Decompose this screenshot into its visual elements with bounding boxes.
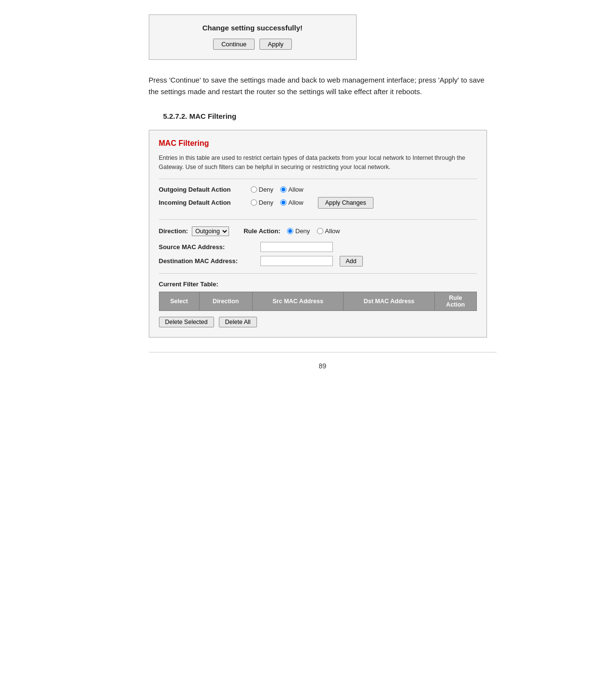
incoming-row: Incoming Default Action Deny Allow Apply… [159, 197, 477, 209]
rule-deny-text: Deny [295, 227, 310, 235]
apply-changes-button[interactable]: Apply Changes [318, 197, 373, 209]
filter-table-header: Select Direction Src MAC Address Dst MAC… [159, 292, 476, 310]
continue-button[interactable]: Continue [213, 39, 255, 50]
rule-action-label: Rule Action: [244, 227, 280, 235]
mac-filter-title: MAC Filtering [159, 139, 477, 148]
direction-group: Direction: Outgoing Incoming [159, 226, 229, 236]
incoming-label: Incoming Default Action [159, 199, 251, 206]
add-button[interactable]: Add [340, 256, 363, 267]
delete-all-button[interactable]: Delete All [219, 317, 257, 327]
current-filter-section: Current Filter Table: Select Direction S… [159, 273, 477, 327]
header-row: Select Direction Src MAC Address Dst MAC… [159, 292, 476, 310]
top-button-row: Continue Apply [159, 39, 346, 50]
delete-selected-button[interactable]: Delete Selected [159, 317, 214, 327]
src-mac-input[interactable] [260, 242, 333, 252]
outgoing-deny-label[interactable]: Deny [251, 186, 273, 193]
outgoing-label: Outgoing Default Action [159, 186, 251, 193]
page-number: 89 [149, 362, 497, 370]
success-screenshot: Change setting successfully! Continue Ap… [149, 14, 357, 60]
mac-filter-panel: MAC Filtering Entries in this table are … [149, 130, 487, 337]
th-select: Select [159, 292, 199, 310]
page-content: Change setting successfully! Continue Ap… [91, 0, 526, 399]
outgoing-allow-label[interactable]: Allow [280, 186, 303, 193]
success-message: Change setting successfully! [159, 24, 346, 32]
incoming-allow-label[interactable]: Allow [280, 199, 303, 206]
destination-mac-row: Destination MAC Address: Add [159, 256, 477, 267]
outgoing-row: Outgoing Default Action Deny Allow [159, 186, 477, 193]
outgoing-allow-text: Allow [288, 186, 303, 193]
description-text: Press 'Continue' to save the settings ma… [149, 74, 497, 98]
filter-settings: Outgoing Default Action Deny Allow Incom… [159, 186, 477, 220]
th-dst-mac: Dst MAC Address [344, 292, 435, 310]
incoming-deny-text: Deny [259, 199, 273, 206]
rule-action-group: Rule Action: Deny Allow [244, 227, 340, 235]
source-mac-row: Source MAC Address: [159, 242, 477, 252]
current-filter-label: Current Filter Table: [159, 281, 477, 288]
incoming-allow-radio[interactable] [280, 199, 287, 206]
direction-label: Direction: [159, 227, 188, 235]
dst-mac-label: Destination MAC Address: [159, 257, 260, 265]
rule-deny-radio[interactable] [287, 228, 293, 234]
page-divider [149, 352, 497, 352]
incoming-deny-radio[interactable] [251, 199, 257, 206]
filter-table: Select Direction Src MAC Address Dst MAC… [159, 292, 477, 311]
outgoing-radio-group: Deny Allow [251, 186, 303, 193]
incoming-deny-label[interactable]: Deny [251, 199, 273, 206]
section-heading: 5.2.7.2. MAC Filtering [163, 112, 497, 120]
rule-action-radios: Deny Allow [287, 227, 340, 235]
rule-allow-radio[interactable] [317, 228, 323, 234]
apply-top-button[interactable]: Apply [259, 39, 292, 50]
rule-allow-text: Allow [325, 227, 340, 235]
outgoing-deny-text: Deny [259, 186, 273, 193]
incoming-radio-group: Deny Allow [251, 199, 303, 206]
rule-allow-label[interactable]: Allow [317, 227, 340, 235]
direction-select[interactable]: Outgoing Incoming [192, 226, 229, 236]
th-direction: Direction [199, 292, 252, 310]
outgoing-allow-radio[interactable] [280, 186, 287, 193]
src-mac-label: Source MAC Address: [159, 243, 260, 251]
dst-mac-input[interactable] [260, 256, 333, 266]
outgoing-deny-radio[interactable] [251, 186, 257, 193]
th-rule-action: RuleAction [435, 292, 476, 310]
rule-deny-label[interactable]: Deny [287, 227, 310, 235]
mac-filter-description: Entries in this table are used to restri… [159, 154, 477, 179]
table-button-row: Delete Selected Delete All [159, 317, 477, 327]
direction-rule-row: Direction: Outgoing Incoming Rule Action… [159, 226, 477, 236]
th-src-mac: Src MAC Address [252, 292, 344, 310]
incoming-allow-text: Allow [288, 199, 303, 206]
